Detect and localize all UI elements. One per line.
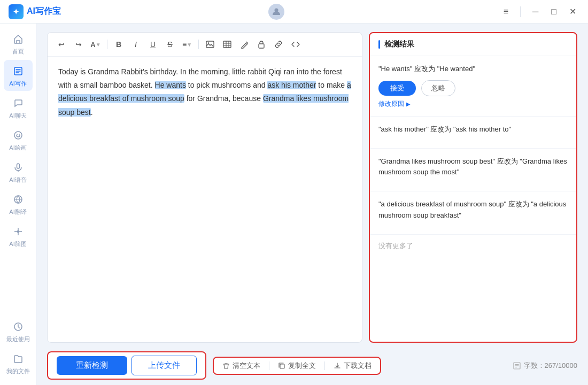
results-title: 检测结果: [384, 40, 414, 49]
copy-text-button[interactable]: 复制全文: [278, 361, 316, 371]
download-label: 下载文档: [344, 361, 372, 371]
sidebar-item-my-files[interactable]: 我的文件: [4, 348, 33, 379]
sidebar-bottom: 最近使用 我的文件: [4, 315, 33, 385]
copy-icon: [278, 362, 285, 369]
result-item-3: "Grandma likes mushroom soup best" 应改为 "…: [370, 149, 576, 192]
result-item-1: "He wants" 应改为 "He wanted" 接受 忽略 修改原因 ▶: [370, 56, 576, 117]
sidebar-ai-voice-label: AI语音: [9, 176, 26, 184]
sidebar-home-label: 首页: [12, 48, 24, 56]
ignore-button-1[interactable]: 忽略: [421, 80, 455, 96]
app-logo: ✦ AI写作宝: [9, 4, 61, 19]
clear-text-label: 清空文本: [233, 361, 260, 371]
word-count-label: 字数：267/10000: [524, 361, 577, 371]
strikethrough-button[interactable]: S: [163, 37, 177, 52]
sidebar-item-ai-translate[interactable]: AI翻译: [4, 188, 33, 219]
toolbar-sep-1: [107, 40, 107, 49]
modify-reason-label-1: 修改原因: [378, 99, 404, 109]
sidebar-item-ai-draw[interactable]: AI绘画: [4, 124, 33, 155]
editor-text-mid1: to pick mushrooms and: [186, 81, 268, 89]
editor-text-mid3: for Grandma, because: [184, 94, 263, 103]
results-panel: 检测结果 "He wants" 应改为 "He wanted" 接受 忽略 修改…: [369, 32, 577, 343]
ai-translate-icon: [11, 192, 25, 206]
download-icon: [334, 362, 341, 369]
result-text-1: "He wants" 应改为 "He wanted": [378, 64, 568, 75]
accept-button-1[interactable]: 接受: [378, 81, 416, 96]
titlebar-center: [61, 4, 492, 20]
titlebar: ✦ AI写作宝 ≡ ─ □ ✕: [0, 0, 588, 24]
reason-arrow-icon: ▶: [406, 101, 411, 107]
bold-button[interactable]: B: [111, 37, 126, 52]
clear-text-button[interactable]: 清空文本: [222, 361, 260, 371]
sidebar-item-home[interactable]: 首页: [4, 28, 33, 59]
sidebar-ai-write-label: AI写作: [9, 80, 26, 88]
sidebar-my-files-label: 我的文件: [6, 367, 30, 375]
sidebar-recent-label: 最近使用: [6, 335, 30, 343]
copy-text-label: 复制全文: [288, 361, 316, 371]
ai-voice-icon: [11, 160, 25, 174]
maximize-button[interactable]: □: [548, 5, 560, 19]
sidebar-item-ai-voice[interactable]: AI语音: [4, 156, 33, 187]
svg-rect-12: [223, 41, 231, 48]
italic-button[interactable]: I: [128, 37, 143, 52]
sidebar-item-ai-chat[interactable]: AI聊天: [4, 92, 33, 123]
svg-point-2: [14, 132, 22, 139]
minimize-button[interactable]: ─: [529, 5, 541, 19]
close-button[interactable]: ✕: [566, 4, 579, 19]
word-count-icon: [513, 362, 521, 369]
titlebar-controls: ≡ ─ □ ✕: [500, 4, 579, 19]
result-text-3: "Grandma likes mushroom soup best" 应改为 "…: [378, 156, 568, 179]
my-files-icon: [11, 352, 25, 366]
ai-mind-icon: [11, 225, 25, 238]
win-separator: [520, 6, 521, 17]
text-action-sep-1: [269, 361, 269, 370]
result-text-2: "ask his mother" 应改为 "ask his mother to": [378, 124, 568, 135]
recheck-button[interactable]: 重新检测: [57, 356, 127, 375]
editor-highlight-2: ask his mother: [267, 81, 316, 89]
sidebar-item-ai-mind[interactable]: AI脑图: [4, 220, 33, 251]
underline-button[interactable]: U: [145, 37, 160, 52]
svg-rect-8: [17, 230, 19, 233]
sidebar: 首页 AI写作 AI聊天 AI绘画 AI语音: [0, 24, 36, 385]
bottom-text-actions: 清空文本 复制全文 下载文档: [213, 357, 381, 375]
upload-button[interactable]: 上传文件: [131, 356, 197, 375]
draw-button[interactable]: [237, 37, 252, 52]
ai-chat-icon: [11, 96, 25, 110]
download-button[interactable]: 下载文档: [334, 361, 372, 371]
word-count: 字数：267/10000: [513, 361, 577, 371]
result-item-4: "a delicious breakfast of mushroom soup"…: [370, 191, 576, 235]
undo-button[interactable]: ↩: [54, 37, 69, 52]
results-header: 检测结果: [370, 33, 576, 56]
font-button[interactable]: A▼: [88, 37, 103, 52]
svg-rect-5: [17, 164, 19, 168]
no-more-label: 没有更多了: [370, 235, 576, 257]
bottom-actions-group: 重新检测 上传文件: [47, 351, 206, 380]
table-button[interactable]: [220, 37, 235, 52]
main-layout: 首页 AI写作 AI聊天 AI绘画 AI语音: [0, 24, 588, 385]
modify-reason-1[interactable]: 修改原因 ▶: [378, 99, 568, 109]
editor-body[interactable]: Today is Grandma Rabbit's birthday. In t…: [48, 57, 362, 342]
editor-text-mid2: to make: [316, 81, 347, 89]
toolbar-sep-2: [198, 40, 199, 49]
redo-button[interactable]: ↪: [71, 37, 86, 52]
sidebar-ai-mind-label: AI脑图: [9, 240, 26, 248]
logo-icon: ✦: [9, 4, 24, 19]
link-button[interactable]: [271, 37, 286, 52]
content-area: ↩ ↪ A▼ B I U S ≡▼: [36, 24, 588, 385]
svg-point-3: [17, 134, 18, 135]
sidebar-ai-chat-label: AI聊天: [9, 112, 26, 120]
app-title: AI写作宝: [27, 6, 61, 17]
sidebar-item-recent[interactable]: 最近使用: [4, 315, 33, 346]
editor-toolbar: ↩ ↪ A▼ B I U S ≡▼: [48, 33, 362, 57]
sidebar-item-ai-write[interactable]: AI写作: [4, 60, 33, 91]
recent-icon: [11, 320, 25, 334]
avatar[interactable]: [268, 4, 284, 20]
code-button[interactable]: [288, 37, 303, 52]
align-button[interactable]: ≡▼: [180, 37, 195, 52]
ai-draw-icon: [11, 128, 25, 142]
result-text-4: "a delicious breakfast of mushroom soup"…: [378, 199, 568, 221]
lock-button[interactable]: [254, 37, 269, 52]
editor-text-end: .: [91, 108, 93, 117]
image-button[interactable]: [203, 37, 218, 52]
sidebar-ai-translate-label: AI翻译: [9, 208, 26, 216]
hamburger-button[interactable]: ≡: [500, 5, 512, 19]
